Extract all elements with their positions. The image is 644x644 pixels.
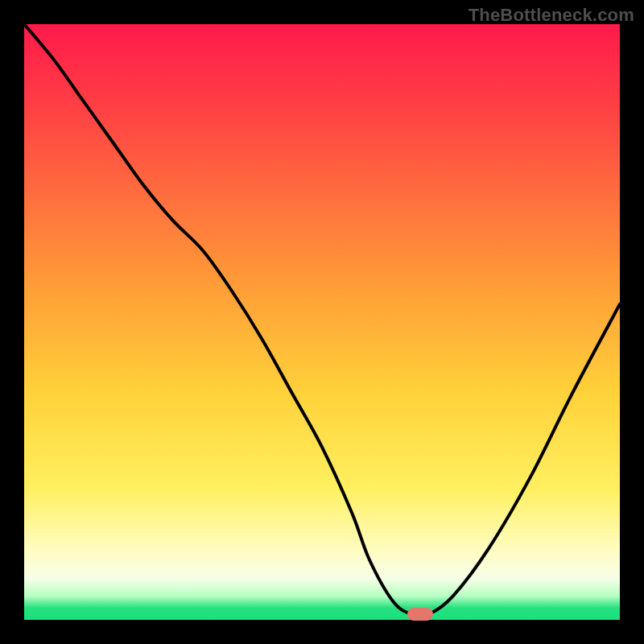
watermark-text: TheBottleneck.com xyxy=(469,5,634,26)
optimal-point-marker xyxy=(407,608,433,621)
chart-stage: TheBottleneck.com xyxy=(0,0,644,644)
plot-gradient-background xyxy=(24,24,620,620)
